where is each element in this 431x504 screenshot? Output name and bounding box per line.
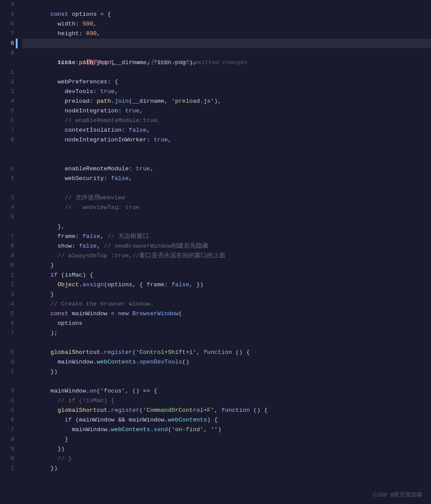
- code-line: // 允许使用webview: [22, 184, 431, 193]
- code-line: if (mainWindow && mainWindow.webContents…: [22, 406, 431, 415]
- code-editor: 4 5 6 7 8 9 1 2 3 4 5 6 7 8 0 1 3 4 5 7: [0, 0, 431, 504]
- code-line: width: 500,: [22, 10, 431, 19]
- code-line: }: [22, 425, 431, 435]
- code-line: [22, 328, 431, 338]
- code-line: }: [22, 251, 431, 261]
- code-line: [22, 174, 431, 184]
- code-line: mainWindow.on('focus', () => {: [22, 377, 431, 386]
- code-line: const options = {: [22, 0, 431, 10]
- code-line: nodeIntegrationInWorker: true,: [22, 126, 431, 135]
- code-line: }: [22, 280, 431, 290]
- code-line: mainWindow.webContents.openDevTools(): [22, 348, 431, 357]
- code-line: // enableRemoteModule:true,: [22, 106, 431, 116]
- code-line: [22, 367, 431, 377]
- code-line: [22, 145, 431, 155]
- code-line: globalShortcut.register('CommandOrContro…: [22, 396, 431, 406]
- code-line: globalShortcut.register('Control+Shift+i…: [22, 338, 431, 348]
- code-line: center: true,: [22, 29, 431, 39]
- code-line: // webviewTag: true: [22, 193, 431, 203]
- code-line: // if (!isMac) {: [22, 386, 431, 396]
- code-line: frame: false, // 无边框窗口: [22, 222, 431, 232]
- code-line: [22, 203, 431, 212]
- code-line: webSecurity: false,: [22, 164, 431, 174]
- line-numbers: 4 5 6 7 8 9 1 2 3 4 5 6 7 8 0 1 3 4 5 7: [0, 0, 18, 504]
- watermark: CSDN @夜空孤狼啸: [373, 491, 422, 499]
- code-line: // Create the browser window.: [22, 290, 431, 299]
- code-line: );: [22, 319, 431, 328]
- code-line: show: false, // newBrowserWindow创建后先隐藏: [22, 232, 431, 241]
- code-line: options: [22, 309, 431, 319]
- code-line: nodeIntegration: true,: [22, 97, 431, 106]
- code-line: preload: path.join(__dirname, 'preload.j…: [22, 87, 431, 97]
- code-line: [22, 58, 431, 68]
- code-line: }): [22, 435, 431, 444]
- code-line: enableRemoteModule: true,: [22, 155, 431, 164]
- code-line: Object.assign(options, { frame: false, }…: [22, 270, 431, 280]
- code-line: height: 890,: [22, 19, 431, 29]
- code-area: 4 5 6 7 8 9 1 2 3 4 5 6 7 8 0 1 3 4 5 7: [0, 0, 431, 504]
- code-line: // alwaysOnTop :true,//窗口是否永远在别的窗口的上面: [22, 241, 431, 251]
- code-line: contextIsolation: false,: [22, 116, 431, 126]
- code-line: devTools: true,: [22, 77, 431, 87]
- code-line: icon: path.join(__dirname, 'icon.png'),: [22, 48, 431, 58]
- code-line: webPreferences: {: [22, 68, 431, 77]
- code-line-highlighted: title: '我的App',You, 1秒钟前 • Uncommitted c…: [22, 39, 431, 48]
- code-line: }): [22, 454, 431, 464]
- code-line: [22, 135, 431, 145]
- code-line: },: [22, 212, 431, 222]
- code-line: if (isMac) {: [22, 261, 431, 270]
- code-line: const mainWindow = new BrowserWindow(: [22, 299, 431, 309]
- code-content: const options = { width: 500, height: 89…: [18, 0, 431, 504]
- code-line: // }: [22, 444, 431, 454]
- code-line: }): [22, 357, 431, 367]
- code-line: mainWindow.webContents.send('on-find', '…: [22, 415, 431, 425]
